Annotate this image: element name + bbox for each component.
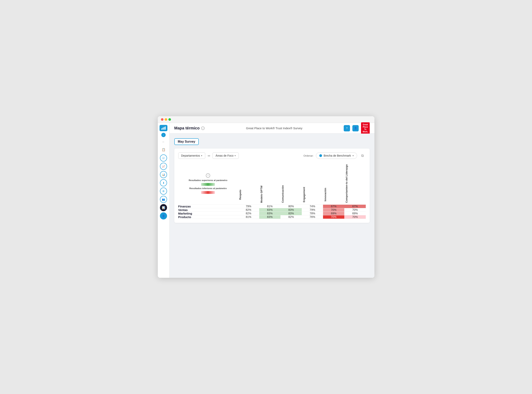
cell-1-4: 70% (323, 208, 344, 212)
legend-content: i Resultados superiores al parámetro Res… (178, 173, 238, 194)
cell-2-3: 78% (302, 212, 323, 215)
top-nav: Mapa térmico i Great Place to Work® Trus… (170, 123, 374, 134)
heatmap-table: i Resultados superiores al parámetro Res… (178, 163, 366, 219)
col-header-comunicacion-text: Comunicación (280, 184, 285, 204)
table-row: Finanzas79%81%80%74%67%67% (178, 204, 366, 208)
page-title: Mapa térmico i (174, 126, 205, 130)
survey-selector[interactable]: May Survey (174, 138, 370, 145)
close-button[interactable] (161, 118, 164, 121)
title-info-icon[interactable]: i (201, 126, 205, 130)
sidebar-icon-download[interactable]: ⬇ (160, 179, 167, 186)
sidebar: › ← 📋 ☑ 📈 📊 ⬇ ⚙ 👥 📊 👤 (158, 123, 170, 278)
benchmark-filter[interactable]: Brecha de Benchmark ▾ (316, 152, 357, 159)
col-header-modelo: Modelo GPTW (259, 163, 280, 204)
cell-3-5: 70% (344, 215, 366, 219)
col-header-respeto: Respeto (238, 163, 259, 204)
col-header-innovacion-text: Innovación (323, 185, 328, 204)
top-nav-actions: ? 👤 GreatPlaceToWork. (344, 122, 370, 134)
legend-bar-green (201, 183, 215, 186)
order-label: Ordenar: (304, 154, 314, 157)
departments-filter[interactable]: Departamentos ▾ (178, 152, 206, 159)
svg-rect-2 (164, 127, 165, 130)
col-header-comportamiento-text: Comportamien-to del Liderazgo (344, 163, 349, 204)
cell-3-0: 81% (238, 215, 259, 219)
col-header-respeto-text: Respeto (238, 185, 243, 204)
survey-tag[interactable]: May Survey (174, 138, 199, 145)
legend-above-text: Resultados superiores al parámetro (189, 179, 227, 182)
filter-options-icon: ⧉ (361, 154, 364, 158)
cell-0-1: 81% (259, 204, 280, 208)
col-header-modelo-text: Modelo GPTW (259, 184, 264, 204)
table-row: Ventas82%83%83%79%70%70% (178, 208, 366, 212)
svg-rect-3 (165, 126, 166, 130)
table-header-row: i Resultados superiores al parámetro Res… (178, 163, 366, 204)
sidebar-icon-users[interactable]: 👥 (160, 196, 167, 203)
cell-1-0: 82% (238, 208, 259, 212)
user-button[interactable]: 👤 (352, 125, 359, 131)
col-header-comunicacion: Comunicación (280, 163, 302, 204)
sidebar-icon-chart[interactable]: 📈 (160, 163, 167, 170)
row-label-3: Producto (178, 215, 238, 219)
cell-1-1: 83% (259, 208, 280, 212)
sidebar-icon-profile[interactable]: 👤 (160, 212, 167, 219)
benchmark-chevron: ▾ (353, 155, 354, 157)
focus-areas-chevron: ▾ (235, 155, 236, 157)
minimize-button[interactable] (165, 118, 167, 121)
maximize-button[interactable] (168, 118, 171, 121)
cell-2-5: 69% (344, 212, 366, 215)
departments-label: Departamentos (181, 154, 200, 157)
legend-cell: i Resultados superiores al parámetro Res… (178, 163, 238, 204)
sidebar-icon-heatmap[interactable]: 📊 (160, 204, 167, 211)
svg-rect-1 (162, 128, 163, 130)
app-body: › ← 📋 ☑ 📈 📊 ⬇ ⚙ 👥 📊 👤 Mapa térmico i Gre… (158, 123, 374, 278)
sidebar-icon-settings[interactable]: ⚙ (160, 187, 167, 195)
cell-0-4: 67% (323, 204, 344, 208)
cell-0-0: 79% (238, 204, 259, 208)
cell-0-3: 74% (302, 204, 323, 208)
table-row: Marketing82%83%83%78%69%69% (178, 212, 366, 215)
row-label-0: Finanzas (178, 204, 238, 208)
col-header-engagement-text: Engagement (302, 185, 306, 204)
help-icon: ? (346, 127, 347, 130)
cell-2-2: 83% (280, 212, 302, 215)
sidebar-icon-data[interactable]: 📊 (160, 171, 167, 178)
filter-row: Departamentos ▾ ⇔ Áreas de Foco ▾ Ordena… (178, 152, 366, 159)
col-header-comportamiento: Comportamien-to del Liderazgo (344, 163, 366, 204)
cell-3-4: 70% (323, 215, 344, 219)
cell-1-2: 83% (280, 208, 302, 212)
app-window: › ← 📋 ☑ 📈 📊 ⬇ ⚙ 👥 📊 👤 Mapa térmico i Gre… (158, 116, 374, 278)
gptw-logo: GreatPlaceToWork. (361, 122, 370, 134)
cell-2-4: 69% (323, 212, 344, 215)
col-header-innovacion: Innovación (323, 163, 344, 204)
row-label-1: Ventas (178, 208, 238, 212)
sidebar-expand-button[interactable]: › (161, 133, 166, 137)
legend-below-text: Resultados inferiores al parámetro (189, 187, 227, 190)
cell-3-1: 83% (259, 215, 280, 219)
main-content: May Survey Departamentos ▾ ⇔ Áreas de Fo… (170, 134, 374, 278)
heatmap-card: Departamentos ▾ ⇔ Áreas de Foco ▾ Ordena… (174, 149, 370, 223)
legend-bar-red (201, 191, 215, 194)
page-title-text: Mapa térmico (174, 126, 200, 130)
survey-tag-label: May Survey (178, 140, 195, 143)
filter-options-button[interactable]: ⧉ (359, 152, 366, 159)
back-button[interactable]: ← (160, 139, 167, 145)
help-button[interactable]: ? (344, 125, 350, 131)
focus-areas-filter[interactable]: Áreas de Foco ▾ (212, 152, 239, 159)
sidebar-logo (160, 125, 167, 131)
col-header-engagement: Engagement (302, 163, 323, 204)
cell-3-2: 82% (280, 215, 302, 219)
cell-1-3: 79% (302, 208, 323, 212)
user-icon: 👤 (354, 127, 357, 130)
svg-rect-0 (161, 129, 162, 130)
cell-0-2: 80% (280, 204, 302, 208)
benchmark-dot (319, 154, 322, 157)
sidebar-icon-check[interactable]: ☑ (160, 155, 167, 161)
survey-name: Great Place to Work® Trust Index® Survey (208, 126, 340, 130)
sidebar-icon-list[interactable]: 📋 (160, 146, 167, 153)
table-row: Producto81%83%82%76%70%70% (178, 215, 366, 219)
heatmap-body: Finanzas79%81%80%74%67%67%Ventas82%83%83… (178, 204, 366, 219)
traffic-lights (161, 118, 171, 121)
cell-1-5: 70% (344, 208, 366, 212)
legend-info-icon: i (206, 173, 210, 178)
swap-icon[interactable]: ⇔ (208, 154, 210, 158)
